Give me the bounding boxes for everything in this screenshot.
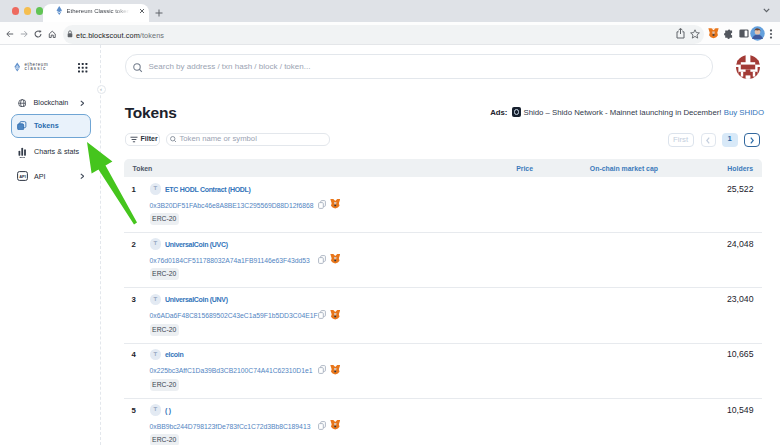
svg-text:API: API	[19, 174, 26, 179]
